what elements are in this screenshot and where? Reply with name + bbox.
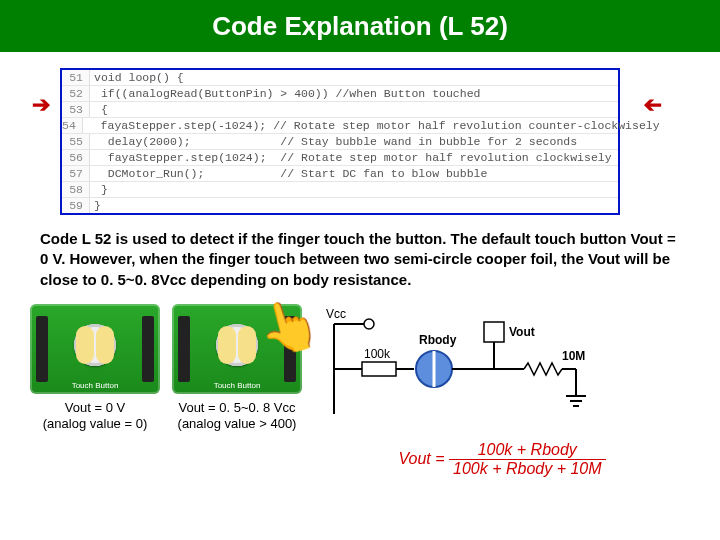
code-row: 52 if((analogRead(ButtonPin) > 400)) //w… bbox=[62, 86, 618, 102]
body-text: Code L 52 is used to detect if the finge… bbox=[40, 229, 680, 290]
svg-rect-13 bbox=[484, 322, 504, 342]
code-row: 51void loop() { bbox=[62, 70, 618, 86]
arrow-right-icon: ➔ bbox=[32, 92, 50, 118]
figure-caption: Vout = 0 V (analog value = 0) bbox=[30, 400, 160, 433]
code-row: 57 DCMotor_Run(); // Start DC fan to blo… bbox=[62, 166, 618, 182]
svg-text:100k: 100k bbox=[364, 347, 391, 361]
slide: Code Explanation (L 52) ➔ ➔ 51void loop(… bbox=[0, 0, 720, 540]
figure-caption: Vout = 0. 5~0. 8 Vcc (analog value > 400… bbox=[172, 400, 302, 433]
slide-title: Code Explanation (L 52) bbox=[212, 11, 508, 42]
svg-text:Rbody: Rbody bbox=[419, 333, 457, 347]
code-row: 58 } bbox=[62, 182, 618, 198]
code-row: 54 fayaStepper.step(-1024); // Rotate st… bbox=[62, 118, 618, 134]
svg-text:Vout: Vout bbox=[509, 325, 535, 339]
code-row: 56 fayaStepper.step(1024); // Rotate ste… bbox=[62, 150, 618, 166]
formula: Vout = 100k + Rbody 100k + Rbody + 10M bbox=[314, 442, 690, 477]
circuit-diagram: Vcc 100k Rbody Vout bbox=[314, 304, 690, 477]
figures-row: Touch Button Vout = 0 V (analog value = … bbox=[30, 304, 690, 477]
svg-text:Vcc: Vcc bbox=[326, 307, 346, 321]
figure-untouched: Touch Button Vout = 0 V (analog value = … bbox=[30, 304, 160, 433]
code-block-wrap: ➔ ➔ 51void loop() { 52 if((analogRead(Bu… bbox=[60, 68, 680, 215]
code-block: 51void loop() { 52 if((analogRead(Button… bbox=[60, 68, 620, 215]
figure-touched: 👆 Touch Button Vout = 0. 5~0. 8 Vcc (ana… bbox=[172, 304, 302, 433]
code-row: 53 { bbox=[62, 102, 618, 118]
svg-point-2 bbox=[364, 319, 374, 329]
circuit-svg: Vcc 100k Rbody Vout bbox=[314, 304, 604, 434]
arrow-left-icon: ➔ bbox=[644, 92, 662, 118]
code-row: 55 delay(2000); // Stay bubble wand in b… bbox=[62, 134, 618, 150]
code-row: 59} bbox=[62, 198, 618, 213]
title-bar: Code Explanation (L 52) bbox=[0, 0, 720, 52]
svg-rect-5 bbox=[362, 362, 396, 376]
touch-board-icon: 👆 Touch Button bbox=[172, 304, 302, 394]
touch-board-icon: Touch Button bbox=[30, 304, 160, 394]
svg-text:10M: 10M bbox=[562, 349, 585, 363]
